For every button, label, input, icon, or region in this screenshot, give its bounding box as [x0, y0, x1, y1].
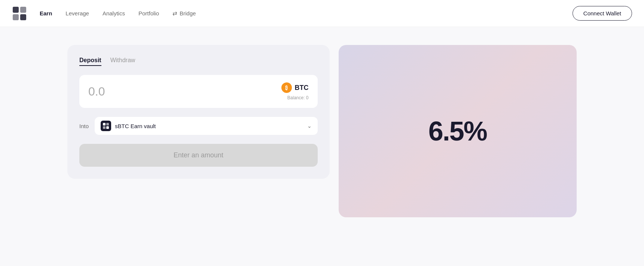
token-row: ₿ BTC: [281, 82, 309, 93]
main-nav: Earn Leverage Analytics Portfolio ⇄ Brid…: [34, 7, 201, 20]
svg-rect-7: [106, 126, 109, 129]
apy-value: 6.5%: [428, 116, 487, 146]
balance-label: Balance: 0: [287, 95, 309, 100]
nav-item-portfolio[interactable]: Portfolio: [133, 7, 164, 19]
tab-withdraw[interactable]: Withdraw: [110, 57, 135, 66]
vault-left: sBTC Earn vault: [101, 121, 156, 131]
nav-item-analytics[interactable]: Analytics: [97, 7, 130, 19]
main-content: Deposit Withdraw 0.0 ₿ BTC Balance: 0 In…: [0, 27, 644, 235]
chevron-down-icon: ⌄: [307, 123, 312, 129]
svg-rect-3: [20, 14, 26, 20]
amount-value: 0.0: [88, 85, 105, 99]
into-label: Into: [79, 123, 89, 129]
into-row: Into sBTC Earn vault ⌄: [79, 117, 318, 135]
vault-selector[interactable]: sBTC Earn vault ⌄: [95, 117, 317, 135]
token-section: ₿ BTC Balance: 0: [281, 82, 309, 100]
apy-card: 6.5%: [339, 45, 577, 217]
token-symbol: BTC: [295, 84, 309, 92]
svg-rect-6: [103, 126, 106, 129]
bridge-arrows-icon: ⇄: [173, 10, 177, 17]
connect-wallet-button[interactable]: Connect Wallet: [573, 6, 632, 21]
nav-item-leverage[interactable]: Leverage: [60, 7, 94, 19]
svg-rect-4: [103, 123, 106, 126]
amount-input-box[interactable]: 0.0 ₿ BTC Balance: 0: [79, 75, 318, 108]
svg-rect-5: [106, 123, 109, 126]
svg-rect-1: [20, 7, 26, 13]
header: Earn Leverage Analytics Portfolio ⇄ Brid…: [0, 0, 644, 27]
deposit-withdraw-tabs: Deposit Withdraw: [79, 57, 318, 66]
nav-item-earn[interactable]: Earn: [34, 7, 57, 19]
nav-item-bridge[interactable]: ⇄ Bridge: [167, 7, 201, 20]
vault-icon: [101, 121, 111, 131]
svg-rect-2: [13, 14, 19, 20]
app-logo[interactable]: [12, 6, 27, 21]
enter-amount-button[interactable]: Enter an amount: [79, 144, 318, 167]
tab-deposit[interactable]: Deposit: [79, 57, 101, 66]
vault-name: sBTC Earn vault: [115, 123, 156, 129]
btc-icon: ₿: [281, 82, 292, 93]
deposit-card: Deposit Withdraw 0.0 ₿ BTC Balance: 0 In…: [67, 45, 330, 179]
svg-rect-0: [13, 7, 19, 13]
